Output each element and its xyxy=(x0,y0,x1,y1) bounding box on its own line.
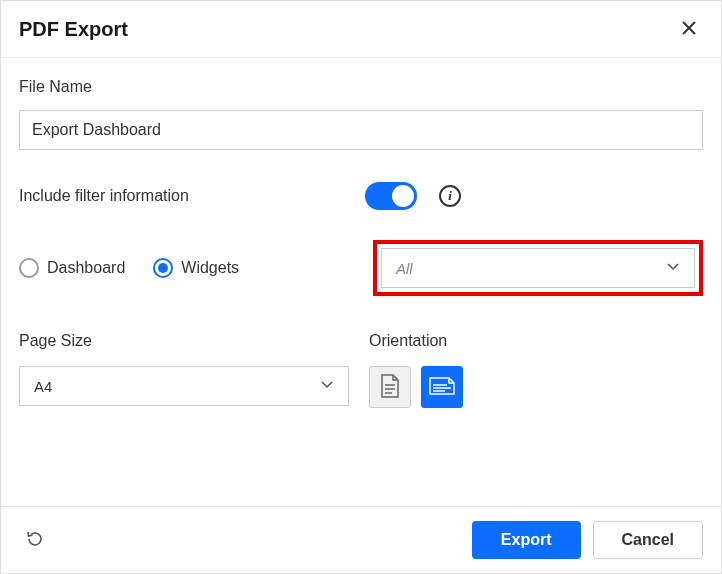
radio-widgets-label: Widgets xyxy=(181,259,239,277)
include-filter-toggle[interactable] xyxy=(365,182,417,210)
scope-row: Dashboard Widgets All xyxy=(19,240,703,296)
page-size-section: Page Size A4 xyxy=(19,332,349,408)
orientation-section: Orientation xyxy=(369,332,703,408)
orientation-portrait-button[interactable] xyxy=(369,366,411,408)
dialog-footer: Export Cancel xyxy=(1,506,721,573)
chevron-down-icon xyxy=(320,377,334,395)
radio-widgets-input xyxy=(153,258,173,278)
toggle-knob xyxy=(392,185,414,207)
dialog-title: PDF Export xyxy=(19,18,128,41)
include-filter-label: Include filter information xyxy=(19,187,349,205)
page-size-label: Page Size xyxy=(19,332,349,350)
radio-dashboard-input xyxy=(19,258,39,278)
radio-dashboard-label: Dashboard xyxy=(47,259,125,277)
dialog-body: File Name Include filter information i D… xyxy=(1,58,721,506)
reset-icon xyxy=(25,537,45,552)
radio-widgets[interactable]: Widgets xyxy=(153,258,239,278)
file-name-label: File Name xyxy=(19,78,703,96)
close-button[interactable] xyxy=(677,15,701,43)
reset-button[interactable] xyxy=(19,523,51,558)
portrait-page-icon xyxy=(380,374,400,401)
orientation-label: Orientation xyxy=(369,332,703,350)
close-icon xyxy=(681,18,697,40)
include-filter-row: Include filter information i xyxy=(19,182,703,210)
radio-dashboard[interactable]: Dashboard xyxy=(19,258,125,278)
orientation-landscape-button[interactable] xyxy=(421,366,463,408)
page-size-select[interactable]: A4 xyxy=(19,366,349,406)
scope-radio-group: Dashboard Widgets xyxy=(19,258,239,278)
page-orientation-row: Page Size A4 Orientation xyxy=(19,332,703,408)
widget-select-highlight: All xyxy=(373,240,703,296)
landscape-page-icon xyxy=(429,376,455,399)
pdf-export-dialog: PDF Export File Name Include filter info… xyxy=(0,0,722,574)
widget-select-value: All xyxy=(396,260,413,277)
orientation-group xyxy=(369,366,703,408)
file-name-input[interactable] xyxy=(19,110,703,150)
export-button[interactable]: Export xyxy=(472,521,581,559)
widget-select[interactable]: All xyxy=(381,248,695,288)
page-size-value: A4 xyxy=(34,378,52,395)
info-icon[interactable]: i xyxy=(439,185,461,207)
cancel-button[interactable]: Cancel xyxy=(593,521,703,559)
chevron-down-icon xyxy=(666,259,680,277)
dialog-header: PDF Export xyxy=(1,1,721,58)
